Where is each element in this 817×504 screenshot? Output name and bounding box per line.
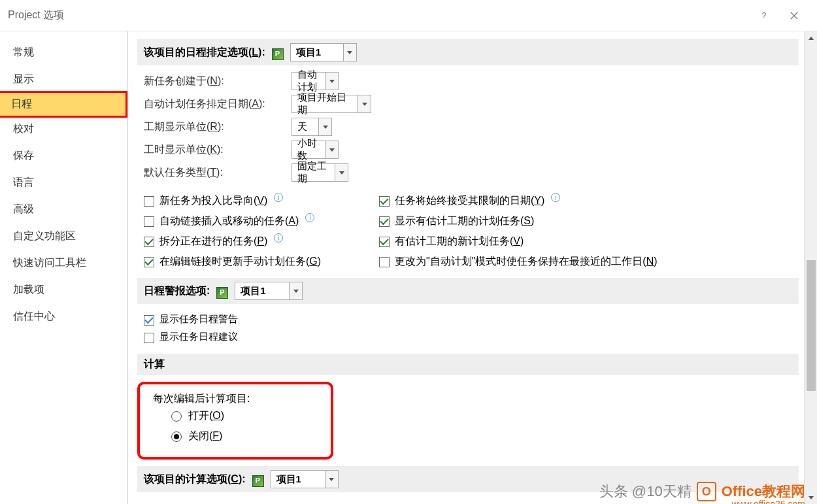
- project-selector-calc[interactable]: 项目1: [271, 470, 339, 488]
- section-label: 计算: [144, 358, 165, 371]
- scroll-down-icon[interactable]: [805, 491, 817, 504]
- sidebar-item-custom-ribbon[interactable]: 自定义功能区: [0, 223, 127, 250]
- checkbox-update-manual[interactable]: [144, 257, 154, 267]
- project-selector[interactable]: 项目1: [290, 43, 357, 61]
- chevron-down-icon: [343, 44, 356, 61]
- content: 该项目的日程排定选项(L): 项目1 新任务创建于(N): 自动计划: [128, 31, 804, 504]
- main-area: 常规 显示 日程 校对 保存 语言 高级 自定义功能区 快速访问工具栏 加载项 …: [0, 31, 817, 504]
- chevron-down-icon: [335, 164, 348, 181]
- label-work-unit: 工时显示单位(K):: [144, 143, 288, 157]
- select-auto-plan-date[interactable]: 项目开始日期: [292, 95, 371, 113]
- checkbox-label: 拆分正在进行的任务(P): [159, 235, 267, 248]
- chevron-down-icon: [289, 282, 302, 299]
- checkbox-label: 新任务为投入比导向(V): [159, 194, 267, 208]
- checkbox-split-in-progress[interactable]: [144, 237, 154, 247]
- checkbox-honor-constraint[interactable]: [379, 196, 390, 207]
- info-icon[interactable]: i: [274, 193, 283, 202]
- section-label: 日程警报选项:: [144, 284, 210, 298]
- info-icon[interactable]: i: [551, 193, 560, 202]
- scroll-thumb[interactable]: [807, 260, 816, 391]
- project-selector-alerts[interactable]: 项目1: [235, 282, 303, 300]
- checkbox-keep-near-workday[interactable]: [379, 257, 390, 267]
- checkbox-auto-link[interactable]: [144, 216, 154, 227]
- select-default-type[interactable]: 固定工期: [292, 163, 348, 182]
- select-value: 项目开始日期: [292, 92, 358, 116]
- close-button[interactable]: [779, 1, 809, 31]
- radio-open[interactable]: [171, 411, 182, 422]
- project-icon: [252, 475, 264, 487]
- scroll-up-icon[interactable]: [805, 31, 817, 44]
- section-label: 该项目的日程排定选项(L):: [144, 46, 265, 59]
- content-wrap: 该项目的日程排定选项(L): 项目1 新任务创建于(N): 自动计划: [128, 31, 817, 504]
- select-work-unit[interactable]: 小时数: [292, 141, 339, 159]
- checkbox-label: 有估计工期的新计划任务(V): [395, 235, 524, 248]
- alerts-checks: 显示任务日程警告 显示任务日程建议: [137, 311, 799, 351]
- section-calc-title: 计算: [137, 354, 799, 375]
- sidebar-item-advanced[interactable]: 高级: [0, 196, 127, 223]
- info-icon[interactable]: i: [305, 213, 314, 222]
- project-icon: [272, 48, 284, 60]
- label-auto-plan-date: 自动计划任务排定日期(A):: [144, 97, 288, 111]
- checkbox-effort-driven[interactable]: [144, 196, 154, 207]
- checkbox-label: 任务将始终接受其限制的日期(Y): [395, 194, 544, 208]
- select-value: 自动计划: [292, 69, 325, 93]
- select-value: 天: [292, 121, 318, 133]
- vertical-scrollbar[interactable]: [804, 31, 817, 504]
- checkbox-label: 更改为"自动计划"模式时使任务保持在最接近的工作日(N): [395, 255, 658, 269]
- chevron-down-icon: [358, 95, 371, 112]
- checkbox-new-est-plan[interactable]: [379, 237, 390, 247]
- radio-close[interactable]: [171, 431, 182, 442]
- checkbox-show-warning[interactable]: [144, 315, 154, 326]
- select-value: 项目1: [271, 473, 325, 486]
- project-icon: [216, 287, 228, 299]
- info-icon[interactable]: i: [274, 233, 283, 243]
- checkbox-label: 显示任务日程建议: [159, 331, 238, 343]
- checkbox-label: 在编辑链接时更新手动计划任务(G): [159, 255, 321, 269]
- section-alerts: 日程警报选项: 项目1: [137, 278, 799, 304]
- select-value: 固定工期: [292, 160, 335, 185]
- sidebar-item-save[interactable]: 保存: [0, 143, 127, 169]
- checkbox-show-est-plan[interactable]: [379, 216, 390, 227]
- label-duration-unit: 工期显示单位(R):: [144, 120, 288, 134]
- sidebar-label: 常规: [13, 46, 34, 58]
- section-schedule-for: 该项目的日程排定选项(L): 项目1: [137, 39, 799, 65]
- section-calc-for: 该项目的计算选项(C): 项目1: [137, 466, 799, 492]
- sidebar-label: 显示: [13, 73, 34, 84]
- radio-label: 关闭(F): [188, 429, 222, 443]
- label-default-type: 默认任务类型(T):: [144, 166, 288, 180]
- svg-text:?: ?: [762, 11, 767, 20]
- select-value: 小时数: [292, 137, 325, 162]
- select-new-task[interactable]: 自动计划: [292, 72, 339, 90]
- calc-after-edit-label: 每次编辑后计算项目:: [153, 392, 318, 406]
- sidebar-item-quick-access[interactable]: 快速访问工具栏: [0, 250, 127, 277]
- sidebar-label: 高级: [13, 203, 34, 214]
- chevron-down-icon: [325, 471, 338, 488]
- section-label: 该项目的计算选项(C):: [144, 473, 246, 486]
- sidebar-label: 自定义功能区: [13, 230, 76, 241]
- checkbox-show-suggestion[interactable]: [144, 333, 154, 343]
- checkbox-label: 显示有估计工期的计划任务(S): [395, 214, 534, 228]
- select-value: 项目1: [291, 46, 343, 59]
- sidebar-item-display[interactable]: 显示: [0, 66, 127, 93]
- titlebar: Project 选项 ?: [0, 0, 817, 31]
- sidebar-item-language[interactable]: 语言: [0, 169, 127, 196]
- sidebar-label: 快速访问工具栏: [13, 257, 86, 268]
- sidebar-label: 日程: [11, 98, 32, 109]
- select-duration-unit[interactable]: 天: [292, 118, 332, 136]
- sidebar-item-trust[interactable]: 信任中心: [0, 303, 127, 330]
- checkbox-label: 自动链接插入或移动的任务(A): [159, 214, 299, 228]
- calc-block: 每次编辑后计算项目: 打开(O) 关闭(F): [137, 382, 333, 460]
- sidebar: 常规 显示 日程 校对 保存 语言 高级 自定义功能区 快速访问工具栏 加载项 …: [0, 31, 128, 504]
- sidebar-label: 信任中心: [13, 311, 55, 322]
- sidebar-item-general[interactable]: 常规: [0, 39, 127, 66]
- sidebar-item-addins[interactable]: 加载项: [0, 277, 127, 303]
- sidebar-label: 保存: [13, 150, 34, 161]
- sidebar-item-proofing[interactable]: 校对: [0, 116, 127, 143]
- sidebar-item-schedule[interactable]: 日程: [0, 91, 127, 118]
- help-button[interactable]: ?: [749, 1, 779, 31]
- window-title: Project 选项: [8, 8, 749, 22]
- chevron-down-icon: [325, 73, 338, 90]
- schedule-fields: 新任务创建于(N): 自动计划 自动计划任务排定日期(A): 项目开始日期 工期…: [137, 72, 799, 192]
- sidebar-label: 校对: [13, 123, 34, 134]
- checkbox-label: 显示任务日程警告: [159, 313, 238, 326]
